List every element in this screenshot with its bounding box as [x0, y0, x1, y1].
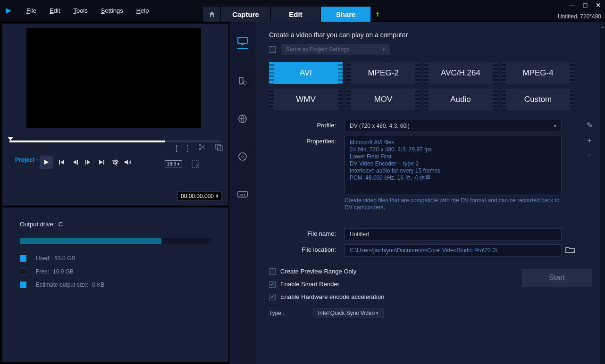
free-value: 16.9 GB	[53, 268, 74, 275]
svg-rect-6	[59, 160, 60, 165]
format-mpeg2[interactable]: MPEG-2	[346, 62, 420, 84]
preview-range-label: Create Preview Range Only	[280, 268, 356, 275]
timecode-spinner[interactable]: ▲▼	[216, 194, 218, 199]
estimate-legend-swatch	[20, 281, 26, 288]
target-device-icon[interactable]	[237, 75, 248, 87]
svg-rect-13	[103, 160, 104, 165]
hardware-encode-checkbox[interactable]	[269, 294, 276, 300]
same-as-project-checkbox[interactable]	[269, 46, 276, 53]
timecode-field[interactable]: 00:00:00.000 ▲▼	[177, 191, 222, 201]
svg-marker-14	[125, 160, 128, 165]
svg-marker-8	[73, 160, 76, 165]
free-label: Free:	[36, 268, 49, 275]
used-value: 53.0 GB	[54, 255, 75, 262]
svg-text:3D: 3D	[240, 193, 245, 197]
edit-profile-icon[interactable]: ✎	[585, 121, 594, 129]
svg-rect-17	[241, 44, 244, 45]
format-custom[interactable]: Custom	[501, 89, 575, 110]
format-avc[interactable]: AVC/H.264	[424, 62, 497, 84]
estimate-label: Estimate output size:	[36, 281, 88, 288]
start-button[interactable]: Start	[522, 269, 592, 287]
menu-file[interactable]: File	[26, 7, 36, 14]
properties-label: Properties:	[269, 136, 345, 145]
menu-tools[interactable]: Tools	[73, 7, 87, 14]
used-label: Used:	[36, 255, 50, 262]
filelocation-label: File location:	[269, 244, 345, 253]
svg-rect-10	[85, 160, 86, 165]
go-start-button[interactable]	[58, 158, 66, 166]
app-logo	[0, 0, 17, 22]
encode-type-select[interactable]: Intel Quick Sync Video▾	[313, 308, 384, 318]
minimize-button[interactable]: —	[568, 2, 576, 9]
format-avi[interactable]: AVI	[269, 62, 343, 84]
format-audio[interactable]: Audio	[424, 89, 497, 110]
filename-label: File name:	[269, 228, 345, 237]
profile-select[interactable]: DV (720 x 480, 4:3, 60i)▾	[345, 120, 562, 132]
prev-frame-button[interactable]	[71, 158, 79, 166]
svg-rect-16	[238, 37, 247, 43]
smart-render-checkbox[interactable]	[269, 281, 276, 288]
encode-type-label: Type :	[269, 310, 285, 316]
svg-rect-9	[77, 160, 78, 165]
share-tab[interactable]: Share	[321, 7, 371, 22]
mark-out-icon[interactable]: ]	[187, 144, 189, 152]
format-mov[interactable]: MOV	[346, 89, 420, 110]
loop-button[interactable]	[110, 158, 119, 166]
remove-profile-icon[interactable]: −	[585, 151, 594, 159]
browse-folder-icon[interactable]: +	[565, 246, 575, 255]
svg-point-1	[199, 144, 201, 146]
target-web-icon[interactable]	[237, 113, 248, 124]
svg-point-22	[242, 156, 244, 157]
target-computer-icon[interactable]	[237, 38, 248, 49]
timeline-progress	[9, 141, 165, 142]
same-as-project-dropdown: Same as Project Settings▾	[281, 44, 390, 55]
svg-marker-11	[87, 160, 90, 165]
upload-icon[interactable]	[371, 7, 384, 22]
vertical-scrollbar[interactable]	[600, 22, 605, 364]
svg-point-21	[239, 153, 246, 160]
maximize-button[interactable]: □	[581, 2, 589, 9]
mark-in-icon[interactable]: [	[176, 144, 177, 152]
svg-rect-4	[218, 146, 222, 150]
svg-point-2	[199, 148, 201, 150]
filename-input[interactable]: Untitled	[345, 228, 562, 240]
format-wmv[interactable]: WMV	[269, 89, 343, 110]
svg-marker-0	[6, 8, 11, 14]
video-preview	[26, 28, 201, 128]
next-frame-button[interactable]	[84, 158, 92, 166]
home-tab[interactable]	[203, 7, 221, 22]
filelocation-input[interactable]: C:\Users\jiazhiyun\Documents\Corel Video…	[345, 244, 562, 256]
menu-bar: File Edit Tools Settings Help Capture Ed…	[0, 0, 605, 22]
svg-marker-12	[99, 160, 103, 165]
target-disc-icon[interactable]	[237, 151, 248, 162]
estimate-value: 0 KB	[92, 281, 104, 288]
svg-marker-7	[60, 160, 64, 165]
capture-tab[interactable]: Capture	[221, 7, 271, 22]
target-3d-icon[interactable]: 3D	[237, 189, 248, 200]
volume-button[interactable]	[124, 158, 132, 166]
svg-marker-5	[44, 160, 49, 165]
project-mode-label[interactable]: Project −	[15, 157, 39, 163]
menu-settings[interactable]: Settings	[101, 7, 123, 14]
snapshot-icon[interactable]	[215, 143, 223, 152]
close-button[interactable]: ✕	[595, 2, 602, 9]
preview-range-checkbox[interactable]	[269, 268, 276, 275]
free-legend-swatch	[20, 268, 26, 275]
edit-tab[interactable]: Edit	[271, 7, 321, 22]
enlarge-icon[interactable]	[192, 160, 199, 168]
preview-panel: [ ] Project − 16:9 ▾ 00:00:00.000 ▲▼	[2, 24, 228, 206]
add-profile-icon[interactable]: ＋	[585, 136, 594, 144]
play-button[interactable]	[40, 156, 53, 169]
go-end-button[interactable]	[97, 158, 106, 166]
svg-text:+: +	[573, 249, 575, 254]
share-title: Create a video that you can play on a co…	[269, 31, 592, 39]
scissors-icon[interactable]	[198, 143, 206, 152]
format-mpeg4[interactable]: MPEG-4	[501, 62, 575, 84]
menu-edit[interactable]: Edit	[50, 7, 60, 14]
smart-render-label: Enable Smart Render	[280, 281, 339, 288]
menu-help[interactable]: Help	[136, 7, 149, 14]
output-drive-heading: Output drive : C	[20, 221, 210, 228]
output-drive-panel: Output drive : C Used: 53.0 GB Free: 16.…	[2, 207, 228, 362]
aspect-ratio-selector[interactable]: 16:9 ▾	[165, 160, 182, 167]
timeline-thumb[interactable]	[8, 137, 13, 141]
